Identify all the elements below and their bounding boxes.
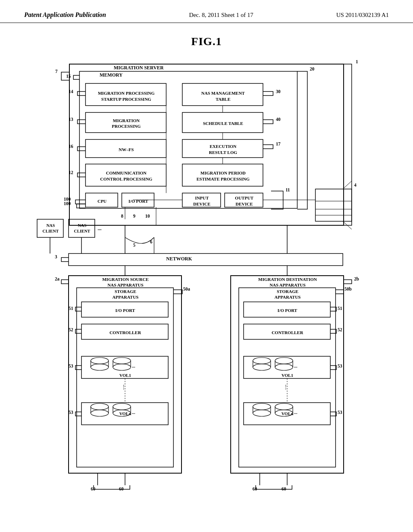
ref-30-label: 30 [276,89,281,94]
migration-server-label: MIGRATION SERVER [114,65,164,71]
diagram: 1 7 15 20 14 30 13 40 16 17 12 11 100 10… [33,56,380,495]
ref-51a-label: 51 [69,306,73,311]
ref-60-3-label: 60 [252,486,257,491]
ref-16-label: 16 [69,144,73,149]
svg-line-81 [343,181,352,189]
ref-17-label: 17 [276,141,281,146]
controller-b-label: CONTROLLER [245,326,330,339]
voln-b-dots: ... [294,410,297,415]
publication-label: Patent Application Publication [24,11,106,19]
svg-point-41 [275,357,293,364]
cpu-label: CPU [87,195,117,206]
migration-source-nas-label: MIGRATION SOURCENAS APPARATUS [70,276,181,288]
ref-13-label: 13 [69,117,73,122]
migration-period-label: MIGRATION PERIODESTIMATE PROCESSING [184,166,263,185]
nas-client-2-label: NASCLIENT [70,220,94,236]
ref-12-label: 12 [69,170,73,175]
svg-point-36 [113,364,131,370]
ref-10-label: 10 [145,214,150,218]
svg-point-32 [91,364,108,370]
svg-point-53 [253,403,271,410]
patent-number-label: US 2011/0302139 A1 [336,12,389,19]
voln-b-label: VOLn [245,410,330,417]
date-sheet-label: Dec. 8, 2011 Sheet 1 of 17 [189,12,253,19]
io-port-a-label: I/O PORT [83,304,168,316]
vol1-b-dots: ... [294,364,297,368]
vol1-a-dots: ... [132,364,135,368]
svg-point-29 [91,357,108,364]
ref-52a-label: 52 [69,327,73,332]
io-port-label: I/O PORT [123,195,154,206]
ref-50a-label: 50a [183,287,190,291]
ref-2b-label: 2b [354,276,359,281]
nas-client-1-label: NASCLIENT [38,220,63,236]
ref-3-label: 3 [55,254,57,259]
ref-11-label: 11 [286,187,290,192]
ref-60-4-label: 60 [282,486,286,491]
ref-9-label: 9 [133,214,136,218]
ref-53b1-label: 53 [338,364,342,368]
ref-53a1-label: 53 [69,364,73,368]
ref-60-2-label: 60 [119,486,124,491]
execution-result-label: EXECUTIONRESULT LOG [184,142,263,157]
ref-8-label: 8 [121,214,123,218]
nas-dots-label: ... [98,225,102,232]
migration-startup-label: MIGRATION PROCESSINGSTARTUP PROCESSING [87,86,166,106]
voln-a-label: VOLn [83,410,168,417]
vol1-a-label: VOL1 [83,372,168,378]
ref-7-label: 7 [55,69,58,74]
ref-50b-label: 50b [344,287,352,291]
figure-title: FIG.1 [0,35,413,48]
controller-a-label: CONTROLLER [83,326,168,339]
input-device-label: INPUTDEVICE [184,195,220,206]
storage-a-label: STORAGEAPPARATUS [78,289,173,300]
ref-2a-label: 2a [55,276,60,281]
ref-15-label: 15 [66,74,71,79]
ref-6-label: 6 [150,239,152,244]
svg-point-40 [253,364,271,370]
svg-rect-69 [315,189,352,221]
ref-40-label: 40 [276,117,281,122]
ref-53a2-label: 53 [69,410,73,415]
ref-51b-label: 51 [338,306,342,311]
svg-point-57 [275,403,293,410]
ref-5-label: 5 [133,243,136,247]
ref-14-label: 14 [69,89,73,94]
migration-dest-nas-label: MIGRATION DESTINATIONNAS APPARATUS [232,276,343,288]
vol-dots-b: ⋮ [283,384,288,390]
svg-rect-16 [69,254,343,266]
storage-b-label: STORAGEAPPARATUS [240,289,335,300]
svg-point-33 [113,357,131,364]
svg-point-44 [275,364,293,370]
ref-60-1-label: 60 [91,486,96,491]
nas-management-label: NAS MANAGEMENTTABLE [184,86,263,106]
svg-point-49 [113,403,131,410]
svg-point-45 [91,403,108,410]
nw-fs-label: NW–FS [87,142,166,157]
svg-line-82 [343,221,352,229]
io-port-b-label: I/O PORT [245,304,330,316]
ref-4-label: 4 [354,183,357,187]
ref-100b-label: 100 [64,201,71,206]
svg-point-37 [253,357,271,364]
ref-1-label: 1 [356,59,358,64]
voln-a-dots: ... [132,410,135,415]
memory-label: MEMORY [100,72,123,78]
schedule-table-label: SCHEDULE TABLE [184,115,263,132]
ref-20-label: 20 [310,66,315,71]
comm-control-label: COMMUNICATIONCONTROL PROCESSING [87,166,166,185]
network-label: NETWORK [166,256,192,262]
ref-52b-label: 52 [338,327,342,332]
ref-53b2-label: 53 [338,410,342,415]
page-header: Patent Application Publication Dec. 8, 2… [0,0,413,23]
vol1-b-label: VOL1 [245,372,330,378]
output-device-label: OUTPUTDEVICE [226,195,263,206]
vol-dots-a: ⋮ [121,384,126,390]
migration-processing-label: MIGRATIONPROCESSING [87,115,166,132]
